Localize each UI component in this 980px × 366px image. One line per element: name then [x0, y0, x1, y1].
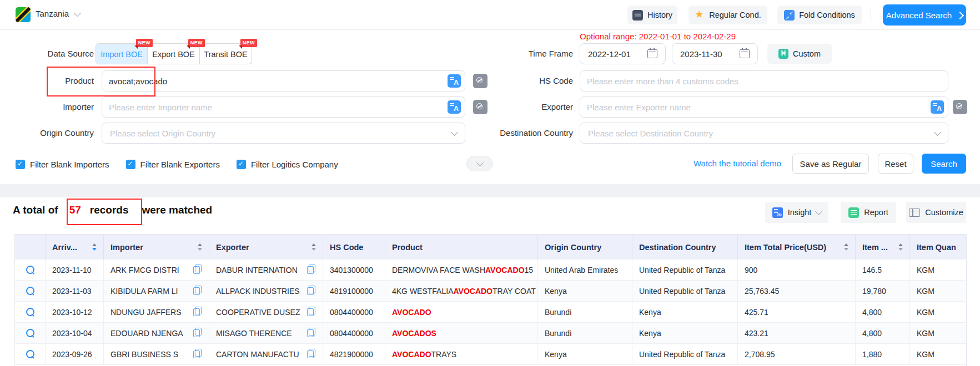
chevron-down-icon[interactable] — [74, 9, 81, 17]
sort-asc-icon[interactable] — [92, 243, 97, 246]
copy-icon[interactable] — [193, 308, 200, 316]
table-row: 2023-11-10ARK FMCG DISTRIDABUR INTERNATI… — [15, 260, 966, 281]
divider — [871, 8, 871, 22]
col-header-label: HS Code — [330, 243, 363, 252]
advanced-search-label: Advanced Search — [886, 11, 952, 20]
date-to-input[interactable]: 2023-11-30 — [672, 43, 758, 64]
tab-export-boe[interactable]: Export BOENEW — [148, 43, 200, 64]
hs-code-input[interactable] — [580, 70, 948, 92]
tutorial-demo-link[interactable]: Watch the tutorial demo — [693, 159, 781, 168]
sort-desc-icon[interactable] — [311, 248, 316, 251]
copy-icon[interactable] — [307, 266, 314, 274]
origin-country-select[interactable]: Please select Origin Country — [102, 123, 465, 144]
copy-icon[interactable] — [193, 329, 200, 337]
importer-input[interactable] — [102, 96, 465, 118]
product-input[interactable] — [102, 70, 465, 92]
new-badge: NEW — [136, 39, 153, 47]
copy-icon[interactable] — [307, 329, 314, 337]
sort-carets-icon[interactable] — [841, 243, 848, 251]
advanced-search-button[interactable]: Advanced Search — [883, 4, 966, 26]
sort-carets-icon[interactable] — [194, 243, 202, 251]
search-button[interactable]: Search — [922, 154, 966, 174]
history-button[interactable]: History — [627, 6, 677, 24]
collapse-conditions-button[interactable] — [466, 156, 493, 171]
magnifier-icon[interactable] — [26, 287, 34, 295]
date-from-value: 2022-12-01 — [588, 49, 631, 59]
calendar-icon[interactable] — [647, 49, 657, 58]
fold-conditions-label: Fold Conditions — [799, 11, 855, 19]
tab-transit-boe[interactable]: Transit BOENEW — [200, 43, 252, 64]
cell-item-quantity-value: 19,780 — [862, 287, 886, 296]
cell-destination-country-value: United Republic of Tanza — [639, 287, 725, 296]
new-badge: NEW — [240, 39, 257, 47]
sort-carets-icon[interactable] — [895, 243, 903, 251]
translate-icon[interactable] — [931, 100, 944, 114]
col-header-arriv[interactable]: Arriv... — [46, 235, 104, 260]
cell-origin-country-value: United Arab Emirates — [545, 266, 618, 274]
insight-icon — [772, 207, 783, 218]
fold-conditions-button[interactable]: Fold Conditions — [777, 6, 862, 24]
exact-match-icon[interactable] — [953, 100, 967, 114]
sort-carets-icon[interactable] — [89, 243, 97, 251]
customize-button[interactable]: Customize — [906, 202, 966, 223]
sort-asc-icon[interactable] — [844, 243, 848, 246]
cell-destination-country: United Republic of Tanza — [632, 281, 738, 301]
col-header-label: Item ... — [862, 243, 888, 252]
sort-carets-icon[interactable] — [308, 243, 316, 251]
magnifier-icon[interactable] — [26, 308, 34, 316]
cell-origin-country-value: Burundi — [545, 329, 571, 338]
report-label: Report — [864, 208, 888, 217]
filter-checkboxes: Filter Blank ImportersFilter Blank Expor… — [16, 160, 347, 169]
magnifier-icon[interactable] — [26, 350, 34, 358]
table-row: 2023-10-12NDUNGU JAFFERSCOOPERATIVE DUSE… — [15, 302, 966, 323]
col-header-exporter[interactable]: Exporter — [209, 235, 323, 260]
col-header-actions — [15, 235, 46, 260]
cell-arrival-date-value: 2023-11-03 — [52, 287, 92, 296]
custom-range-button[interactable]: Custom — [767, 44, 832, 64]
copy-icon[interactable] — [193, 287, 200, 295]
magnifier-icon[interactable] — [26, 266, 34, 274]
tab-import-boe[interactable]: Import BOENEW — [96, 43, 148, 64]
cell-importer: NDUNGU JAFFERS — [104, 302, 209, 322]
exporter-input[interactable] — [580, 96, 948, 118]
copy-icon[interactable] — [307, 287, 314, 295]
date-from-input[interactable]: 2022-12-01 — [580, 43, 666, 64]
sort-asc-icon[interactable] — [898, 243, 903, 246]
col-header-hs-code: HS Code — [323, 235, 385, 260]
cell-importer-value: NDUNGU JAFFERS — [110, 308, 182, 317]
checkbox-filter-blank-exporters[interactable] — [126, 160, 135, 169]
sort-asc-icon[interactable] — [198, 243, 202, 246]
copy-icon[interactable] — [307, 350, 314, 358]
cell-actions — [15, 344, 46, 364]
magnifier-icon[interactable] — [26, 329, 34, 337]
cell-item-quantity-unit: KGM — [910, 344, 967, 364]
save-as-regular-button[interactable]: Save as Regular — [792, 154, 869, 174]
regular-cond-button[interactable]: Regular Cond. — [688, 6, 767, 24]
col-header-item-total-price-usd[interactable]: Item Total Price(USD) — [738, 235, 856, 260]
report-button[interactable]: Report — [841, 202, 896, 223]
copy-icon[interactable] — [193, 266, 200, 274]
copy-icon[interactable] — [193, 350, 200, 358]
copy-icon[interactable] — [307, 308, 314, 316]
country-selector-label[interactable]: Tanzania — [36, 9, 69, 18]
translate-icon[interactable] — [448, 74, 461, 88]
cell-exporter: ALLPACK INDUSTRIES — [209, 281, 323, 301]
sort-desc-icon[interactable] — [898, 248, 903, 251]
checkbox-filter-logitics-company[interactable] — [237, 160, 246, 169]
calendar-icon[interactable] — [740, 49, 750, 58]
checkbox-filter-blank-importers[interactable] — [16, 160, 25, 169]
sort-desc-icon[interactable] — [198, 248, 202, 251]
sort-asc-icon[interactable] — [311, 243, 316, 246]
reset-button[interactable]: Reset — [878, 154, 913, 174]
col-header-item[interactable]: Item ... — [856, 235, 910, 260]
cell-exporter-value: DABUR INTERNATION — [216, 266, 298, 274]
col-header-importer[interactable]: Importer — [104, 235, 209, 260]
destination-country-select[interactable]: Please select Destination Country — [580, 123, 948, 144]
insight-button[interactable]: Insight — [765, 202, 828, 223]
sort-desc-icon[interactable] — [92, 248, 97, 251]
sort-desc-icon[interactable] — [844, 248, 848, 251]
col-header-label: Exporter — [216, 243, 249, 252]
translate-icon[interactable] — [448, 100, 461, 114]
product-keyword-highlight: AVOCADO — [392, 308, 431, 317]
optional-range-hint: Optional range: 2022-01-01 to 2024-02-29 — [580, 32, 736, 41]
